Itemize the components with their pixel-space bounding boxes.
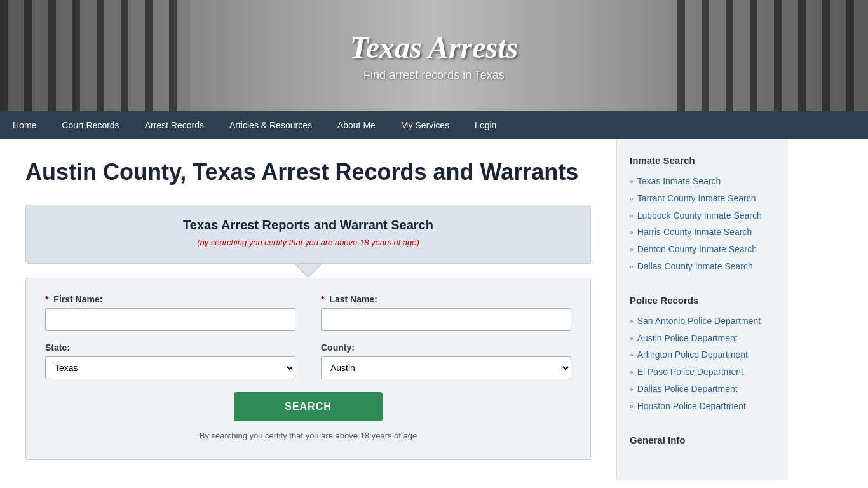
- site-title: Texas Arrests: [350, 30, 519, 65]
- first-name-required: *: [45, 294, 48, 304]
- police-records-title: Police Records: [630, 295, 775, 306]
- link-arlington-pd[interactable]: Arlington Police Department: [637, 349, 748, 362]
- county-group: County: Austin: [321, 342, 571, 379]
- county-label: County:: [321, 342, 571, 353]
- inmate-search-list: Texas Inmate Search Tarrant County Inmat…: [630, 173, 775, 276]
- search-form-container: * First Name: * Last Name:: [25, 278, 591, 460]
- list-item: Denton County Inmate Search: [630, 241, 775, 259]
- last-name-group: * Last Name:: [321, 294, 571, 331]
- list-item: Texas Inmate Search: [630, 173, 775, 191]
- arrow-down: [294, 264, 322, 278]
- list-item: Houston Police Department: [630, 398, 775, 416]
- page-layout: Austin County, Texas Arrest Records and …: [0, 139, 868, 480]
- nav-about-me[interactable]: About Me: [325, 111, 388, 139]
- inmate-search-title: Inmate Search: [630, 155, 775, 166]
- last-name-required: *: [321, 294, 324, 304]
- link-texas-inmate[interactable]: Texas Inmate Search: [637, 175, 721, 188]
- nav-my-services[interactable]: My Services: [388, 111, 462, 139]
- location-row: State: Texas County: Austin: [45, 342, 571, 379]
- main-content: Austin County, Texas Arrest Records and …: [0, 139, 616, 480]
- list-item: Lubbock County Inmate Search: [630, 208, 775, 225]
- police-records-list: San Antonio Police Department Austin Pol…: [630, 313, 775, 416]
- nav-court-records[interactable]: Court Records: [49, 111, 132, 139]
- list-item: El Paso Police Department: [630, 364, 775, 381]
- name-row: * First Name: * Last Name:: [45, 294, 571, 331]
- link-denton-inmate[interactable]: Denton County Inmate Search: [637, 243, 757, 256]
- sidebar-inmate-search: Inmate Search Texas Inmate Search Tarran…: [630, 155, 775, 276]
- sidebar: Inmate Search Texas Inmate Search Tarran…: [616, 139, 788, 480]
- list-item: Dallas County Inmate Search: [630, 259, 775, 276]
- link-austin-pd[interactable]: Austin Police Department: [637, 332, 738, 345]
- list-item: Tarrant County Inmate Search: [630, 191, 775, 208]
- county-select[interactable]: Austin: [321, 356, 571, 379]
- list-item: San Antonio Police Department: [630, 313, 775, 330]
- link-elpaso-pd[interactable]: El Paso Police Department: [637, 366, 743, 379]
- search-box-subtitle: (by searching you certify that you are a…: [45, 238, 571, 247]
- nav-articles-resources[interactable]: Articles & Resources: [217, 111, 325, 139]
- list-item: Dallas Police Department: [630, 381, 775, 398]
- list-item: Arlington Police Department: [630, 347, 775, 364]
- site-header: Texas Arrests Find arrest records in Tex…: [0, 0, 868, 111]
- first-name-group: * First Name:: [45, 294, 295, 331]
- search-box-title: Texas Arrest Reports and Warrant Search: [45, 218, 571, 233]
- last-name-input[interactable]: [321, 308, 571, 331]
- search-button[interactable]: SEARCH: [234, 392, 383, 421]
- nav-arrest-records[interactable]: Arrest Records: [132, 111, 217, 139]
- list-item: Harris County Inmate Search: [630, 224, 775, 241]
- nav-login[interactable]: Login: [462, 111, 509, 139]
- sidebar-police-records: Police Records San Antonio Police Depart…: [630, 295, 775, 416]
- link-dallas-pd[interactable]: Dallas Police Department: [637, 383, 738, 396]
- nav-home[interactable]: Home: [0, 111, 49, 139]
- page-title: Austin County, Texas Arrest Records and …: [25, 158, 591, 186]
- link-lubbock-inmate[interactable]: Lubbock County Inmate Search: [637, 210, 762, 222]
- link-dallas-inmate[interactable]: Dallas County Inmate Search: [637, 261, 753, 273]
- first-name-input[interactable]: [45, 308, 295, 331]
- main-nav: Home Court Records Arrest Records Articl…: [0, 111, 868, 139]
- list-item: Austin Police Department: [630, 330, 775, 348]
- general-info-title: General Info: [630, 435, 775, 445]
- form-disclaimer: By searching you certify that you are ab…: [45, 431, 571, 440]
- link-san-antonio-pd[interactable]: San Antonio Police Department: [637, 315, 761, 328]
- state-group: State: Texas: [45, 342, 295, 379]
- first-name-label: * First Name:: [45, 294, 295, 304]
- last-name-label: * Last Name:: [321, 294, 571, 304]
- site-subtitle: Find arrest records in Texas: [363, 69, 505, 82]
- search-button-wrap: SEARCH: [45, 392, 571, 421]
- sidebar-general-info: General Info: [630, 435, 775, 445]
- state-select[interactable]: Texas: [45, 356, 295, 379]
- link-harris-inmate[interactable]: Harris County Inmate Search: [637, 226, 752, 239]
- link-tarrant-inmate[interactable]: Tarrant County Inmate Search: [637, 193, 756, 205]
- search-box-header: Texas Arrest Reports and Warrant Search …: [25, 205, 591, 264]
- link-houston-pd[interactable]: Houston Police Department: [637, 400, 746, 413]
- state-label: State:: [45, 342, 295, 353]
- search-form: * First Name: * Last Name:: [45, 294, 571, 440]
